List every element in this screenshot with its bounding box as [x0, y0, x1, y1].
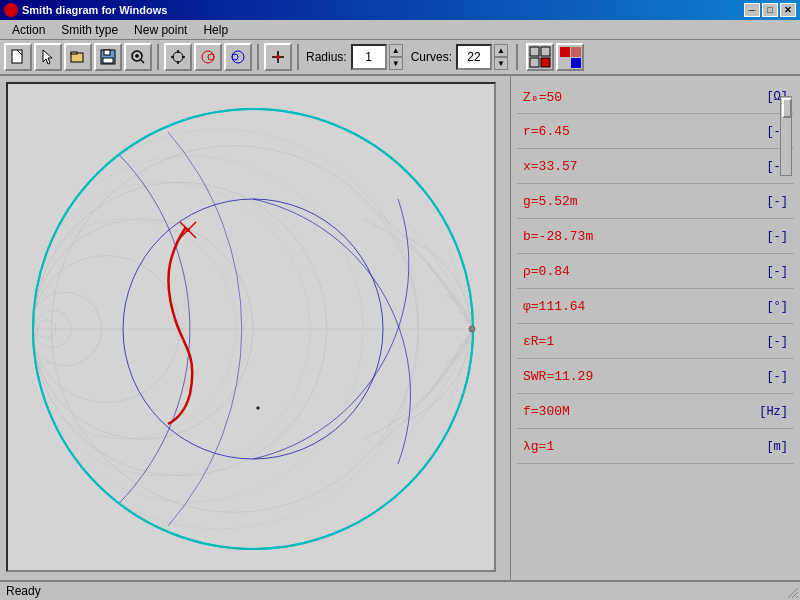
zoom-in-button[interactable] — [124, 43, 152, 71]
status-bar: Ready — [0, 580, 800, 600]
radius-up[interactable]: ▲ — [389, 44, 403, 57]
radius-input[interactable] — [351, 44, 387, 70]
svg-line-11 — [141, 60, 144, 63]
open-button[interactable] — [64, 43, 92, 71]
svg-point-23 — [276, 55, 280, 59]
svg-rect-7 — [103, 58, 113, 63]
svg-rect-27 — [541, 58, 550, 67]
toolbar-separator-4 — [516, 44, 518, 70]
info-row-rho: ρ=0.84 [-] — [517, 255, 794, 289]
curves-spinner[interactable]: ▲ ▼ — [494, 44, 508, 70]
menu-help[interactable]: Help — [195, 21, 236, 39]
curves-up[interactable]: ▲ — [494, 44, 508, 57]
radius-spinner[interactable]: ▲ ▼ — [389, 44, 403, 70]
svg-point-20 — [232, 54, 238, 60]
status-text: Ready — [6, 584, 41, 598]
info-panel: Z₀=50 [Ω] r=6.45 [-] x=33.57 [-] g=5.52m… — [510, 76, 800, 580]
title-bar-left: Smith diagram for Windows — [4, 3, 167, 17]
info-row-z0: Z₀=50 [Ω] — [517, 80, 794, 114]
chart-container[interactable] — [6, 82, 496, 572]
g-unit: [-] — [748, 195, 788, 209]
svg-rect-26 — [530, 58, 539, 67]
close-button[interactable]: ✕ — [780, 3, 796, 17]
phi-unit: [°] — [748, 300, 788, 314]
toolbar-separator-3 — [297, 44, 299, 70]
menu-bar: Action Smith type New point Help — [0, 20, 800, 40]
info-row-x: x=33.57 [-] — [517, 150, 794, 184]
svg-marker-2 — [43, 50, 52, 64]
main-area: Z₀=50 [Ω] r=6.45 [-] x=33.57 [-] g=5.52m… — [0, 76, 800, 580]
new-button[interactable] — [4, 43, 32, 71]
info-row-lambda: λg=1 [m] — [517, 430, 794, 464]
scroll-thumb[interactable] — [782, 98, 792, 118]
x-value: x=33.57 — [523, 159, 748, 174]
info-row-er: εR=1 [-] — [517, 325, 794, 359]
er-value: εR=1 — [523, 334, 748, 349]
lambda-value: λg=1 — [523, 439, 748, 454]
rho-unit: [-] — [748, 265, 788, 279]
f-value: f=300M — [523, 404, 748, 419]
info-row-phi: φ=111.64 [°] — [517, 290, 794, 324]
curves-input[interactable] — [456, 44, 492, 70]
crosshair-button[interactable] — [164, 43, 192, 71]
svg-rect-29 — [571, 58, 581, 68]
pointer-button[interactable] — [34, 43, 62, 71]
lambda-unit: [m] — [748, 440, 788, 454]
save-button[interactable] — [94, 43, 122, 71]
resize-handle[interactable] — [784, 584, 800, 600]
svg-rect-24 — [530, 47, 539, 56]
svg-rect-31 — [8, 84, 496, 572]
svg-point-53 — [469, 326, 475, 332]
info-row-f: f=300M [Hz] — [517, 395, 794, 429]
b-value: b=-28.73m — [523, 229, 748, 244]
admittance-button[interactable] — [224, 43, 252, 71]
grid-button[interactable] — [526, 43, 554, 71]
scrollbar[interactable] — [780, 96, 792, 176]
title-text: Smith diagram for Windows — [22, 4, 167, 16]
marker-button[interactable] — [264, 43, 292, 71]
smith-button[interactable] — [194, 43, 222, 71]
svg-rect-0 — [12, 50, 22, 63]
maximize-button[interactable]: □ — [762, 3, 778, 17]
color-button[interactable] — [556, 43, 584, 71]
info-row-r: r=6.45 [-] — [517, 115, 794, 149]
svg-point-18 — [208, 54, 214, 60]
radius-label: Radius: — [306, 50, 347, 64]
r-value: r=6.45 — [523, 124, 748, 139]
app-icon — [4, 3, 18, 17]
g-value: g=5.52m — [523, 194, 748, 209]
info-row-b: b=-28.73m [-] — [517, 220, 794, 254]
toolbar-separator-1 — [157, 44, 159, 70]
swr-value: SWR=11.29 — [523, 369, 748, 384]
menu-smith-type[interactable]: Smith type — [53, 21, 126, 39]
toolbar: Radius: ▲ ▼ Curves: ▲ ▼ — [0, 40, 800, 76]
z0-value: Z₀=50 — [523, 89, 748, 105]
b-unit: [-] — [748, 230, 788, 244]
svg-rect-6 — [104, 50, 110, 55]
svg-rect-4 — [71, 52, 77, 54]
phi-value: φ=111.64 — [523, 299, 748, 314]
f-unit: [Hz] — [748, 405, 788, 419]
minimize-button[interactable]: ─ — [744, 3, 760, 17]
info-row-swr: SWR=11.29 [-] — [517, 360, 794, 394]
title-bar-buttons: ─ □ ✕ — [744, 3, 796, 17]
svg-point-12 — [173, 52, 183, 62]
chart-panel — [0, 76, 510, 580]
curves-label: Curves: — [411, 50, 452, 64]
curves-down[interactable]: ▼ — [494, 57, 508, 70]
radius-down[interactable]: ▼ — [389, 57, 403, 70]
er-unit: [-] — [748, 335, 788, 349]
title-bar: Smith diagram for Windows ─ □ ✕ — [0, 0, 800, 20]
swr-unit: [-] — [748, 370, 788, 384]
svg-point-50 — [186, 228, 190, 232]
svg-rect-28 — [560, 47, 570, 57]
toolbar-separator-2 — [257, 44, 259, 70]
svg-rect-30 — [571, 47, 581, 57]
info-row-g: g=5.52m [-] — [517, 185, 794, 219]
svg-line-56 — [796, 596, 798, 598]
menu-action[interactable]: Action — [4, 21, 53, 39]
svg-rect-25 — [541, 47, 550, 56]
rho-value: ρ=0.84 — [523, 264, 748, 279]
menu-new-point[interactable]: New point — [126, 21, 195, 39]
